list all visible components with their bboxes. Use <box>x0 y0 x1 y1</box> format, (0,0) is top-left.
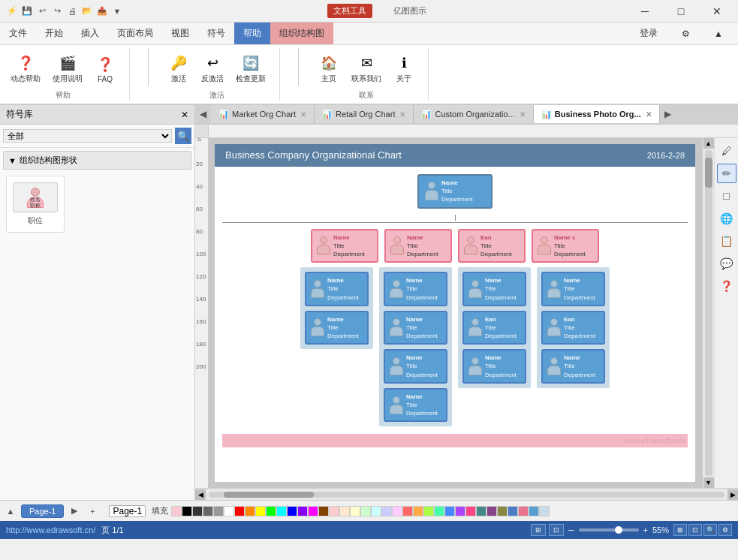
symbol-section-header[interactable]: ▼ 组织结构图形状 <box>3 151 191 170</box>
color-swatch-white[interactable] <box>224 506 234 516</box>
org-node-l2-1[interactable]: Name Title Department <box>311 229 378 263</box>
v-scroll-up[interactable]: ▲ <box>703 138 714 149</box>
org-node-l2-4[interactable]: Name c Title Department <box>532 229 599 263</box>
v-scrollbar[interactable]: ▲ ▼ <box>702 138 714 488</box>
org-node-l3-2-1[interactable]: Name Title Department <box>384 272 447 306</box>
color-swatch-rose[interactable] <box>518 506 529 516</box>
right-tool-help[interactable]: ❓ <box>717 276 736 296</box>
color-swatch-gray[interactable] <box>203 506 213 516</box>
symbol-item-position[interactable]: 姓名 职称 职位 <box>6 176 65 233</box>
color-swatch-plum[interactable] <box>486 506 497 516</box>
org-node-l3-1-1[interactable]: Name Title Department <box>305 272 369 306</box>
tab-close-custom[interactable]: ✕ <box>520 110 526 119</box>
tab-scroll-right[interactable]: ▶ <box>660 105 676 123</box>
print-icon[interactable]: 🖨 <box>66 5 78 17</box>
menu-symbols[interactable]: 符号 <box>198 23 234 44</box>
right-tool-comment[interactable]: 💬 <box>717 254 736 273</box>
symbol-search-button[interactable]: 🔍 <box>175 128 191 144</box>
menu-orgchart[interactable]: 组织结构图 <box>270 23 333 44</box>
org-node-l3-4-2[interactable]: Ean Title Department <box>541 311 605 345</box>
redo-icon[interactable]: ↪ <box>51 5 63 17</box>
menu-start[interactable]: 开始 <box>36 23 72 44</box>
color-swatch-black[interactable] <box>182 506 192 516</box>
menu-insert[interactable]: 插入 <box>72 23 108 44</box>
right-tool-shape[interactable]: □ <box>717 186 736 206</box>
color-swatch-hotpink[interactable] <box>465 506 476 516</box>
org-node-l3-1-2[interactable]: Name Title Department <box>305 311 369 345</box>
doc-tab-market[interactable]: 📊 Market Org Chart ✕ <box>211 105 315 123</box>
activate-btn[interactable]: 🔑 激活 <box>164 50 194 87</box>
tab-scroll-left[interactable]: ◀ <box>195 105 211 123</box>
extra-btn-4[interactable]: ⚙ <box>718 524 732 536</box>
color-swatch-powder[interactable] <box>539 506 550 516</box>
color-swatch-cyan[interactable] <box>276 506 287 516</box>
color-swatch-lightgray[interactable] <box>213 506 224 516</box>
page-add-btn[interactable]: + <box>85 504 100 519</box>
more-icon[interactable]: ▼ <box>111 5 123 17</box>
collapse-btn[interactable]: ▲ <box>705 29 732 39</box>
zoom-plus[interactable]: + <box>643 525 648 534</box>
login-btn[interactable]: 登录 <box>631 27 667 40</box>
h-scroll-left[interactable]: ◀ <box>195 489 206 500</box>
color-swatch-cornflower[interactable] <box>444 506 455 516</box>
right-tool-pencil[interactable]: ✏ <box>717 164 736 183</box>
org-node-l2-3[interactable]: Ean Title Department <box>458 229 526 263</box>
extra-btn-2[interactable]: ⊡ <box>688 524 702 536</box>
color-swatch-mint[interactable] <box>434 506 444 516</box>
contact-btn[interactable]: ✉ 联系我们 <box>347 50 386 87</box>
color-swatch-salmon[interactable] <box>402 506 413 516</box>
open-icon[interactable]: 📂 <box>81 5 93 17</box>
tab-close-business[interactable]: ✕ <box>646 110 652 119</box>
color-swatch-lightgreen[interactable] <box>360 506 371 516</box>
color-swatch-magenta[interactable] <box>308 506 318 516</box>
color-swatch-lavender[interactable] <box>381 506 392 516</box>
export-icon[interactable]: 📤 <box>96 5 108 17</box>
menu-file[interactable]: 文件 <box>0 23 36 44</box>
color-swatch-red[interactable] <box>234 506 245 516</box>
home-btn[interactable]: 🏠 主页 <box>314 50 344 87</box>
h-scroll-thumb[interactable] <box>224 492 314 498</box>
color-swatch-green[interactable] <box>266 506 276 516</box>
color-swatch-brown[interactable] <box>318 506 329 516</box>
org-node-l3-3-2[interactable]: Ean Title Department <box>462 311 526 345</box>
maximize-btn[interactable]: □ <box>666 1 696 22</box>
color-swatch-darkgray[interactable] <box>192 506 203 516</box>
deactivate-btn[interactable]: ↩ 反激活 <box>197 50 228 87</box>
symbol-lib-close[interactable]: ✕ <box>181 110 188 120</box>
extra-btn-3[interactable]: 🔍 <box>703 524 717 536</box>
org-node-l3-3-1[interactable]: Name Title Department <box>462 272 526 306</box>
zoom-minus[interactable]: ─ <box>568 525 574 534</box>
org-node-l2-2[interactable]: Name Title Department <box>384 229 452 263</box>
color-swatch-lightpink[interactable] <box>329 506 339 516</box>
doc-tab-custom[interactable]: 📊 Custom Organizatio... ✕ <box>414 105 533 123</box>
check-update-btn[interactable]: 🔄 检查更新 <box>231 50 270 87</box>
page-nav-up[interactable]: ▲ <box>3 504 18 519</box>
color-swatch-lime[interactable] <box>423 506 434 516</box>
doc-tab-retail[interactable]: 📊 Retail Org Chart ✕ <box>315 105 414 123</box>
right-tool-pen[interactable]: 🖊 <box>717 141 736 161</box>
color-swatch-lightcyan[interactable] <box>371 506 381 516</box>
dynamic-help-btn[interactable]: ❓ 动态帮助 <box>6 50 45 87</box>
settings-btn[interactable]: ⚙ <box>673 29 699 39</box>
org-node-l3-3-3[interactable]: Name Title Department <box>462 349 526 384</box>
org-node-l3-4-1[interactable]: Name Title Department <box>541 272 605 306</box>
v-scroll-thumb[interactable] <box>705 158 712 188</box>
color-swatch-amber[interactable] <box>413 506 423 516</box>
color-swatch-peach[interactable] <box>339 506 350 516</box>
h-scrollbar[interactable]: ◀ ▶ <box>195 488 738 500</box>
color-swatch-yellow[interactable] <box>255 506 266 516</box>
color-swatch-violet[interactable] <box>455 506 465 516</box>
v-scroll-down[interactable]: ▼ <box>703 477 714 488</box>
symbol-category-select[interactable]: 全部 <box>3 129 172 143</box>
tutorial-btn[interactable]: 🎬 使用说明 <box>48 50 87 87</box>
h-scroll-right[interactable]: ▶ <box>727 489 738 500</box>
menu-pagelayout[interactable]: 页面布局 <box>108 23 162 44</box>
menu-view[interactable]: 视图 <box>162 23 198 44</box>
page-nav-arrow[interactable]: ▶ <box>67 504 82 519</box>
right-tool-globe[interactable]: 🌐 <box>717 209 736 228</box>
view-mode-1[interactable]: ⊞ <box>531 524 546 536</box>
main-canvas[interactable]: Business Company Organizational Chart 20… <box>209 138 702 488</box>
color-swatch-skyblue[interactable] <box>529 506 539 516</box>
extra-btn-1[interactable]: ⊠ <box>673 524 687 536</box>
page-tab-1[interactable]: Page-1 <box>21 504 64 518</box>
